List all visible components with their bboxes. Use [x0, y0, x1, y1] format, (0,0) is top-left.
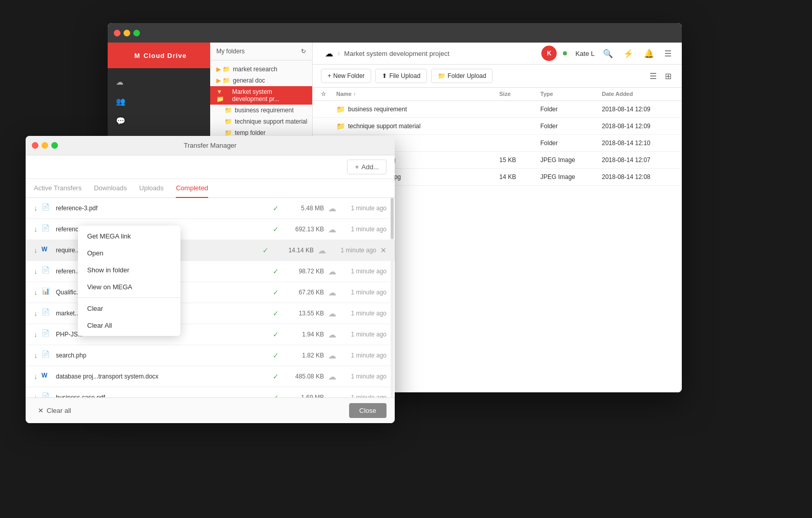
col-name[interactable]: Name ↑: [336, 91, 499, 97]
context-menu-item-view-on-mega[interactable]: View on MEGA: [78, 278, 180, 295]
transfer-size: 1.82 KB: [283, 352, 324, 359]
transfer-minimize-light[interactable]: [42, 142, 48, 149]
title-bar: [108, 23, 682, 43]
transfer-footer: ✕ Clear all Close: [26, 397, 395, 423]
folders-header: My folders ↻: [210, 43, 312, 61]
context-menu-item-open[interactable]: Open: [78, 245, 180, 262]
menu-button[interactable]: ☰: [662, 47, 674, 61]
transfer-row[interactable]: ↓ 📄 business case.pdf ✓ 1.69 MB ☁ 1 minu…: [26, 387, 395, 397]
search-button[interactable]: 🔍: [601, 47, 615, 61]
transfer-time: 1 minute ago: [340, 373, 387, 380]
list-view-button[interactable]: ☰: [647, 69, 659, 83]
cloud-icon: ☁: [328, 330, 336, 340]
bell-button[interactable]: 🔔: [642, 47, 656, 61]
transfer-row[interactable]: ↓ 📄 reference-3.pdf ✓ 5.48 MB ☁ 1 minute…: [26, 198, 395, 219]
folders-title: My folders: [216, 48, 245, 55]
context-menu-item-get-mega-link[interactable]: Get MEGA link: [78, 228, 180, 245]
add-button[interactable]: + Add...: [347, 160, 387, 174]
transfer-filename: search.php: [56, 352, 269, 359]
tab-downloads[interactable]: Downloads: [94, 179, 127, 198]
file-date: 2018-08-14 12:07: [602, 156, 674, 164]
transfer-fullscreen-light[interactable]: [51, 142, 58, 149]
folder-upload-button[interactable]: 📁 Folder Upload: [431, 69, 493, 83]
new-folder-icon: +: [328, 72, 331, 79]
transfer-tabs: Active Transfers Downloads Uploads Compl…: [26, 179, 395, 198]
context-menu-item-clear-all[interactable]: Clear All: [78, 317, 180, 334]
folder-icon: 📁: [225, 129, 232, 136]
xls-icon: 📊: [42, 287, 52, 297]
folder-item-business-req[interactable]: 📁 business requirement: [218, 105, 312, 116]
transfer-close-light[interactable]: [32, 142, 38, 149]
download-arrow-icon: ↓: [34, 204, 37, 212]
clear-all-button[interactable]: ✕ Clear all: [34, 405, 75, 416]
col-type[interactable]: Type: [540, 91, 602, 97]
word-icon: W: [42, 245, 52, 255]
cloud-nav-icon[interactable]: ☁: [325, 49, 333, 58]
context-menu-divider: [78, 297, 180, 298]
file-type: JPEG Image: [540, 173, 602, 181]
file-type: Folder: [540, 123, 602, 130]
traffic-lights: [114, 30, 140, 36]
transfer-size: 1.69 MB: [283, 394, 324, 397]
scrollbar-track: [391, 198, 394, 397]
user-name: Kate L: [575, 50, 595, 57]
folder-icon: ▼ 📁: [216, 88, 230, 103]
file-name: 📁technique support material: [336, 122, 499, 130]
check-icon: ✓: [262, 246, 269, 254]
context-menu: Get MEGA link Open Show in folder View o…: [78, 226, 180, 336]
new-folder-button[interactable]: + New Folder: [321, 69, 371, 83]
fullscreen-traffic-light[interactable]: [133, 30, 140, 36]
close-traffic-light[interactable]: [114, 30, 120, 36]
transfer-title-bar: Transfer Manager: [26, 136, 395, 155]
table-row[interactable]: 📁technique support material Folder 2018-…: [313, 118, 682, 135]
cloud-icon: ☁: [116, 77, 124, 87]
transfer-time: 1 minute ago: [340, 289, 387, 296]
folders-refresh-icon[interactable]: ↻: [301, 48, 306, 55]
file-table-header: ☆ Name ↑ Size Type Date Added: [313, 88, 682, 101]
folder-label: Market system development pr...: [232, 88, 308, 103]
check-icon: ✓: [273, 204, 279, 212]
scrollbar-thumb[interactable]: [391, 198, 394, 239]
table-row[interactable]: 📁business requirement Folder 2018-08-14 …: [313, 101, 682, 118]
cloud-icon: ☁: [328, 204, 336, 213]
file-upload-button[interactable]: ⬆ File Upload: [375, 69, 427, 83]
file-toolbar: + New Folder ⬆ File Upload 📁 Folder Uplo…: [313, 65, 682, 88]
file-size: 15 KB: [499, 156, 540, 164]
transfer-size: 14.14 KB: [273, 247, 314, 254]
transfer-row[interactable]: ↓ W database proj...transport system.doc…: [26, 366, 395, 387]
col-size[interactable]: Size: [499, 91, 540, 97]
context-menu-item-show-in-folder[interactable]: Show in folder: [78, 262, 180, 278]
grid-view-button[interactable]: ⊞: [663, 69, 674, 83]
folder-icon: 📁: [225, 107, 232, 114]
close-icon[interactable]: ✕: [380, 246, 387, 254]
php-icon: 📄: [42, 350, 52, 361]
close-button[interactable]: Close: [349, 403, 387, 418]
check-icon: ✓: [273, 288, 279, 296]
tab-uploads[interactable]: Uploads: [139, 179, 164, 198]
transfer-title: Transfer Manager: [184, 142, 237, 149]
context-menu-item-clear[interactable]: Clear: [78, 300, 180, 317]
folder-item-technique[interactable]: 📁 technique support material: [218, 116, 312, 127]
folder-item-general-doc[interactable]: ▶ 📁 general doc: [210, 75, 312, 86]
transfer-traffic-lights: [32, 142, 58, 149]
sidebar-item-chat[interactable]: 💬: [108, 111, 210, 131]
folder-item-market-system[interactable]: ▼ 📁 Market system development pr...: [210, 86, 312, 105]
folder-icon: ▶ 📁: [216, 77, 230, 84]
sidebar-item-users[interactable]: 👥: [108, 92, 210, 111]
col-date[interactable]: Date Added: [602, 91, 674, 97]
tab-completed[interactable]: Completed: [176, 179, 208, 198]
minimize-traffic-light[interactable]: [124, 30, 130, 36]
folder-icon: 📁: [225, 118, 232, 125]
transfer-row[interactable]: ↓ 📄 search.php ✓ 1.82 KB ☁ 1 minute ago: [26, 345, 395, 366]
avatar: K: [541, 46, 557, 61]
folder-item-market-research[interactable]: ▶ 📁 market research: [210, 64, 312, 75]
add-icon: +: [355, 163, 359, 171]
lightning-button[interactable]: ⚡: [621, 47, 636, 61]
pdf-icon: 📄: [42, 392, 52, 397]
file-date: 2018-08-14 12:08: [602, 173, 674, 181]
tab-active-transfers[interactable]: Active Transfers: [34, 179, 82, 198]
file-date: 2018-08-14 12:09: [602, 106, 674, 113]
sidebar-item-cloud[interactable]: ☁: [108, 72, 210, 92]
breadcrumb-text: Market system development project: [344, 50, 449, 57]
folder-label: general doc: [233, 77, 265, 84]
